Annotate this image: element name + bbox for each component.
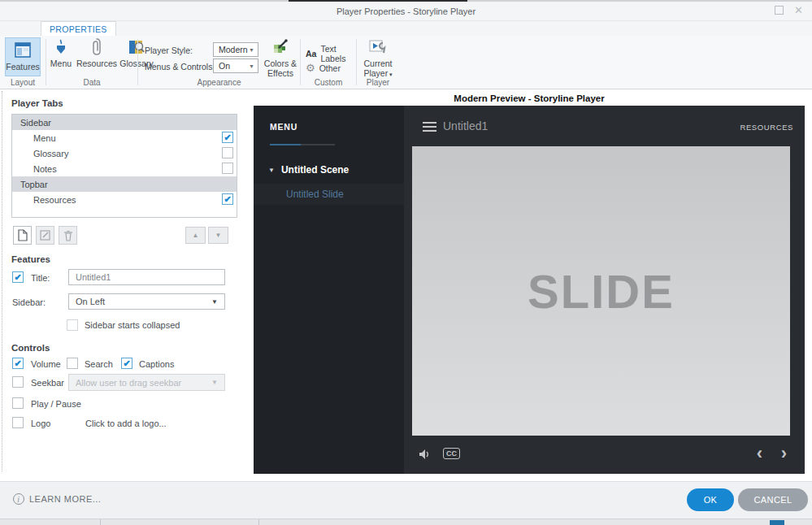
player-style-dropdown[interactable]: Modern▼ <box>213 42 258 57</box>
move-down-button[interactable]: ▼ <box>208 227 228 244</box>
current-player-button[interactable]: CurrentPlayer ▾ <box>360 37 396 78</box>
group-label-appearance: Appearance <box>138 78 300 87</box>
list-item-notes[interactable]: Notes <box>12 161 237 176</box>
menu-button[interactable]: Menu <box>48 37 74 68</box>
preview-bottombar: CC ‹ › <box>404 436 805 474</box>
seekbar-checkbox[interactable] <box>12 376 24 388</box>
add-tab-button[interactable] <box>13 226 32 245</box>
group-label-player: Player <box>357 78 399 87</box>
title-input[interactable] <box>68 269 225 285</box>
close-icon[interactable]: ✕ <box>794 6 803 15</box>
check-icon: ✔ <box>224 195 231 204</box>
preview-divider <box>270 144 335 145</box>
delete-tab-button[interactable] <box>59 226 77 245</box>
play-pause-checkbox[interactable] <box>12 397 24 409</box>
preview-menu-title: MENU <box>270 122 297 132</box>
menu-icon <box>51 37 71 57</box>
controls-heading: Controls <box>11 343 50 353</box>
captions-icon[interactable]: CC <box>443 448 460 459</box>
list-group-topbar[interactable]: Topbar <box>12 176 237 192</box>
menus-controls-label: Menus & Controls: <box>145 62 215 72</box>
resources-label: Resources <box>76 59 117 68</box>
menu-label: Menu <box>50 59 72 68</box>
sidebar-collapsed-label: Sidebar starts collapsed <box>85 320 180 330</box>
slide-placeholder-text: SLIDE <box>528 264 675 319</box>
logo-hint[interactable]: Click to add a logo... <box>85 419 167 428</box>
next-slide-icon[interactable]: › <box>781 443 787 464</box>
player-tabs-heading: Player Tabs <box>11 98 63 108</box>
ribbon-group-player: CurrentPlayer ▾ Player <box>357 36 399 89</box>
logo-checkbox[interactable] <box>12 417 24 428</box>
preview-resources-tab[interactable]: RESOURCES <box>740 123 793 132</box>
preview-course-title: Untitled1 <box>443 119 488 132</box>
ok-button[interactable]: OK <box>687 488 734 511</box>
chevron-down-icon: ▼ <box>249 47 254 53</box>
check-icon: ✔ <box>224 133 231 142</box>
check-icon: ✔ <box>14 359 21 368</box>
volume-icon[interactable] <box>419 449 432 463</box>
preview-scene-item[interactable]: ▼ Untitled Scene <box>268 164 349 176</box>
captions-checkbox[interactable]: ✔ <box>121 358 132 369</box>
group-label-custom: Custom <box>301 78 356 87</box>
text-labels-button[interactable]: Aa Text Labels <box>306 44 356 63</box>
text-labels-label: Text Labels <box>320 44 356 63</box>
resources-button[interactable]: Resources <box>76 37 118 68</box>
features-heading: Features <box>11 254 50 264</box>
menus-controls-dropdown[interactable]: On▼ <box>213 59 258 73</box>
preview-sidebar: MENU ▼ Untitled Scene Untitled Slide <box>254 106 404 474</box>
player-preview: MENU ▼ Untitled Scene Untitled Slide Unt… <box>254 106 805 474</box>
preview-main: Untitled1 RESOURCES SLIDE CC ‹ › <box>404 106 805 474</box>
edit-tab-button[interactable] <box>36 226 54 245</box>
player-style-label: Player Style: <box>145 46 193 55</box>
list-item-menu[interactable]: Menu ✔ <box>12 130 237 145</box>
learn-more-link[interactable]: i LEARN MORE... <box>13 493 101 505</box>
list-item-resources[interactable]: Resources ✔ <box>12 192 237 207</box>
features-icon <box>13 41 33 60</box>
group-label-layout: Layout <box>0 78 46 87</box>
preview-slide-area: SLIDE <box>412 146 790 436</box>
other-button[interactable]: ⚙ Other <box>306 62 341 74</box>
search-checkbox[interactable] <box>67 358 78 369</box>
sidebar-label: Sidebar: <box>12 297 46 307</box>
sidebar-position-dropdown[interactable]: On Left▼ <box>68 293 225 310</box>
preview-heading: Modern Preview - Storyline Player <box>254 93 805 103</box>
tab-properties[interactable]: PROPERTIES <box>41 21 116 36</box>
ribbon-group-layout: Features Layout <box>0 36 46 89</box>
colors-effects-button[interactable]: Colors &Effects <box>262 37 299 78</box>
current-player-label: CurrentPlayer ▾ <box>363 59 392 78</box>
hamburger-icon[interactable] <box>423 122 436 134</box>
preview-topbar: Untitled1 RESOURCES <box>404 106 805 146</box>
preview-slide-item[interactable]: Untitled Slide <box>254 184 404 205</box>
gear-icon: ⚙ <box>306 62 315 74</box>
new-page-icon <box>17 229 28 241</box>
dialog-footer: i LEARN MORE... OK CANCEL <box>0 481 812 518</box>
colors-effects-label: Colors &Effects <box>264 59 297 78</box>
move-up-button[interactable]: ▲ <box>185 227 206 244</box>
cancel-button[interactable]: CANCEL <box>738 488 808 511</box>
resources-checkbox[interactable]: ✔ <box>222 193 233 205</box>
chevron-down-icon: ▼ <box>211 298 218 306</box>
volume-checkbox[interactable]: ✔ <box>12 358 24 369</box>
background-app-bottom-strip <box>0 518 812 525</box>
paperclip-icon <box>87 37 106 57</box>
chevron-down-icon: ▼ <box>249 63 254 69</box>
features-label: Features <box>6 62 39 72</box>
glossary-checkbox[interactable] <box>222 147 233 158</box>
features-button[interactable]: Features <box>5 37 41 76</box>
logo-label: Logo <box>31 419 50 428</box>
menu-checkbox[interactable]: ✔ <box>222 132 233 143</box>
previous-slide-icon[interactable]: ‹ <box>757 443 762 464</box>
title-checkbox[interactable]: ✔ <box>12 271 24 283</box>
group-label-data: Data <box>46 78 137 87</box>
seekbar-mode-dropdown: Allow user to drag seekbar▼ <box>68 374 225 391</box>
sidebar-collapsed-checkbox[interactable] <box>67 319 78 331</box>
list-group-sidebar[interactable]: Sidebar <box>12 115 237 130</box>
list-item-glossary[interactable]: Glossary <box>12 145 237 161</box>
check-icon: ✔ <box>123 359 130 368</box>
search-label: Search <box>85 359 113 369</box>
panel-edge-decoration <box>2 91 2 471</box>
notes-checkbox[interactable] <box>222 163 233 174</box>
dialog-title: Player Properties - Storyline Player <box>0 7 812 16</box>
arrow-up-icon: ▲ <box>193 232 199 239</box>
maximize-icon[interactable] <box>775 6 784 15</box>
